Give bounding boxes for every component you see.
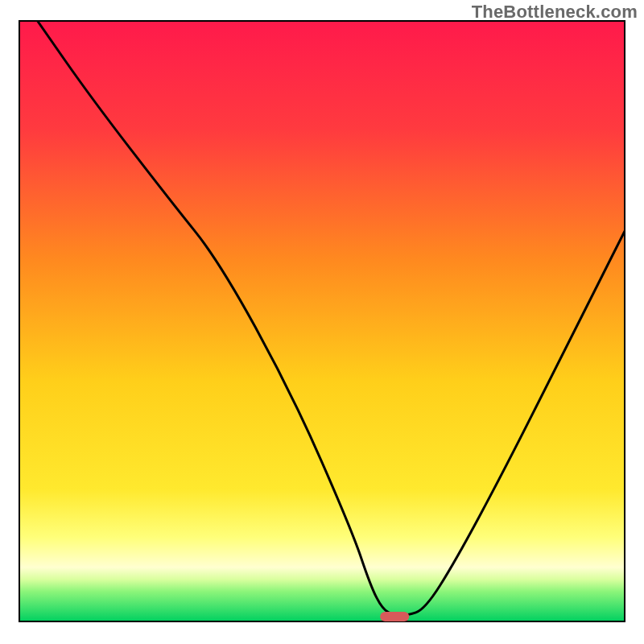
bottleneck-chart: TheBottleneck.com xyxy=(0,0,644,644)
watermark-text: TheBottleneck.com xyxy=(472,2,638,23)
plot-background xyxy=(19,21,625,621)
chart-svg xyxy=(0,0,644,644)
optimal-marker xyxy=(380,612,409,621)
